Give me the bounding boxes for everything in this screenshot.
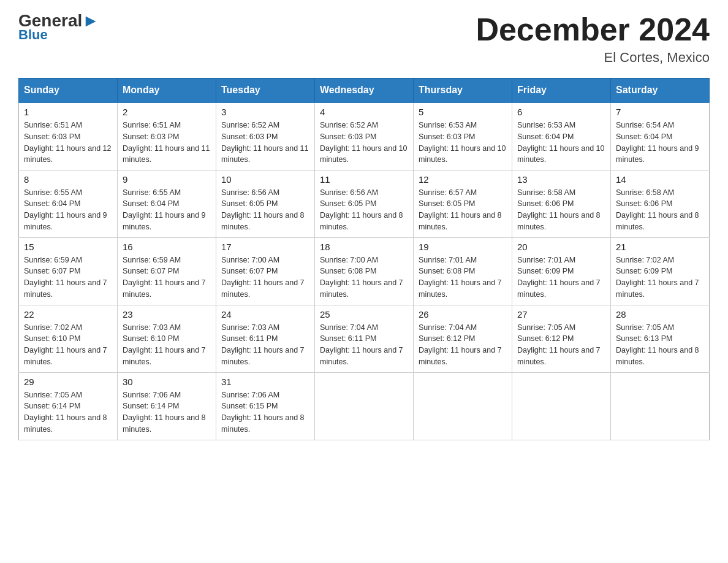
day-info: Sunrise: 7:01 AMSunset: 6:08 PMDaylight:… [419,255,507,301]
day-info: Sunrise: 7:02 AMSunset: 6:10 PMDaylight:… [24,322,112,368]
day-info: Sunrise: 7:05 AMSunset: 6:12 PMDaylight:… [517,322,605,368]
day-info: Sunrise: 7:01 AMSunset: 6:09 PMDaylight:… [517,255,605,301]
day-number: 11 [320,174,408,185]
day-number: 9 [123,174,211,185]
day-number: 1 [24,107,112,117]
table-row: 9Sunrise: 6:55 AMSunset: 6:04 PMDaylight… [118,170,216,237]
day-number: 27 [517,309,605,320]
table-row [315,372,414,440]
table-row [414,372,512,440]
table-row: 2Sunrise: 6:51 AMSunset: 6:03 PMDaylight… [118,102,216,170]
day-info: Sunrise: 7:06 AMSunset: 6:15 PMDaylight:… [221,389,309,435]
day-number: 7 [616,107,704,117]
table-row: 5Sunrise: 6:53 AMSunset: 6:03 PMDaylight… [414,102,512,170]
day-number: 10 [221,174,309,185]
title-block: December 2024 El Cortes, Mexico [476,12,710,66]
table-row [611,372,710,440]
day-number: 13 [517,174,605,185]
day-info: Sunrise: 6:59 AMSunset: 6:07 PMDaylight:… [24,255,112,301]
calendar-week-3: 15Sunrise: 6:59 AMSunset: 6:07 PMDayligh… [19,237,710,305]
day-number: 3 [221,107,309,117]
calendar-table: Sunday Monday Tuesday Wednesday Thursday… [18,78,710,440]
table-row: 12Sunrise: 6:57 AMSunset: 6:05 PMDayligh… [414,170,512,237]
day-info: Sunrise: 7:03 AMSunset: 6:10 PMDaylight:… [123,322,211,368]
table-row: 3Sunrise: 6:52 AMSunset: 6:03 PMDaylight… [216,102,315,170]
table-row: 31Sunrise: 7:06 AMSunset: 6:15 PMDayligh… [216,372,315,440]
day-number: 18 [320,242,408,252]
day-number: 14 [616,174,704,185]
day-info: Sunrise: 6:56 AMSunset: 6:05 PMDaylight:… [221,187,309,233]
table-row: 17Sunrise: 7:00 AMSunset: 6:07 PMDayligh… [216,237,315,305]
table-row: 28Sunrise: 7:05 AMSunset: 6:13 PMDayligh… [611,305,710,372]
day-info: Sunrise: 6:51 AMSunset: 6:03 PMDaylight:… [24,120,112,166]
table-row: 7Sunrise: 6:54 AMSunset: 6:04 PMDaylight… [611,102,710,170]
day-number: 4 [320,107,408,117]
table-row: 6Sunrise: 6:53 AMSunset: 6:04 PMDaylight… [512,102,611,170]
day-info: Sunrise: 6:56 AMSunset: 6:05 PMDaylight:… [320,187,408,233]
calendar-week-2: 8Sunrise: 6:55 AMSunset: 6:04 PMDaylight… [19,170,710,237]
table-row: 26Sunrise: 7:04 AMSunset: 6:12 PMDayligh… [414,305,512,372]
table-row [512,372,611,440]
day-info: Sunrise: 6:58 AMSunset: 6:06 PMDaylight:… [616,187,704,233]
logo-blue-text: Blue [18,27,99,43]
calendar-title: December 2024 [476,12,710,47]
table-row: 27Sunrise: 7:05 AMSunset: 6:12 PMDayligh… [512,305,611,372]
page-header: General► Blue December 2024 El Cortes, M… [18,12,710,66]
col-wednesday: Wednesday [315,79,414,103]
day-number: 28 [616,309,704,320]
day-info: Sunrise: 7:03 AMSunset: 6:11 PMDaylight:… [221,322,309,368]
day-info: Sunrise: 6:55 AMSunset: 6:04 PMDaylight:… [123,187,211,233]
day-number: 15 [24,242,112,252]
table-row: 14Sunrise: 6:58 AMSunset: 6:06 PMDayligh… [611,170,710,237]
table-row: 21Sunrise: 7:02 AMSunset: 6:09 PMDayligh… [611,237,710,305]
table-row: 24Sunrise: 7:03 AMSunset: 6:11 PMDayligh… [216,305,315,372]
table-row: 23Sunrise: 7:03 AMSunset: 6:10 PMDayligh… [118,305,216,372]
day-info: Sunrise: 6:59 AMSunset: 6:07 PMDaylight:… [123,255,211,301]
table-row: 19Sunrise: 7:01 AMSunset: 6:08 PMDayligh… [414,237,512,305]
day-info: Sunrise: 6:52 AMSunset: 6:03 PMDaylight:… [320,120,408,166]
col-monday: Monday [118,79,216,103]
table-row: 25Sunrise: 7:04 AMSunset: 6:11 PMDayligh… [315,305,414,372]
day-number: 8 [24,174,112,185]
table-row: 16Sunrise: 6:59 AMSunset: 6:07 PMDayligh… [118,237,216,305]
calendar-week-1: 1Sunrise: 6:51 AMSunset: 6:03 PMDaylight… [19,102,710,170]
day-number: 19 [419,242,507,252]
day-number: 2 [123,107,211,117]
day-info: Sunrise: 6:57 AMSunset: 6:05 PMDaylight:… [419,187,507,233]
table-row: 1Sunrise: 6:51 AMSunset: 6:03 PMDaylight… [19,102,118,170]
day-info: Sunrise: 7:04 AMSunset: 6:11 PMDaylight:… [320,322,408,368]
day-info: Sunrise: 7:00 AMSunset: 6:08 PMDaylight:… [320,255,408,301]
day-info: Sunrise: 7:02 AMSunset: 6:09 PMDaylight:… [616,255,704,301]
day-info: Sunrise: 7:06 AMSunset: 6:14 PMDaylight:… [123,389,211,435]
day-info: Sunrise: 6:54 AMSunset: 6:04 PMDaylight:… [616,120,704,166]
table-row: 4Sunrise: 6:52 AMSunset: 6:03 PMDaylight… [315,102,414,170]
day-info: Sunrise: 6:51 AMSunset: 6:03 PMDaylight:… [123,120,211,166]
day-number: 26 [419,309,507,320]
day-info: Sunrise: 7:00 AMSunset: 6:07 PMDaylight:… [221,255,309,301]
day-number: 24 [221,309,309,320]
day-info: Sunrise: 6:58 AMSunset: 6:06 PMDaylight:… [517,187,605,233]
day-number: 25 [320,309,408,320]
day-number: 30 [123,377,211,387]
table-row: 20Sunrise: 7:01 AMSunset: 6:09 PMDayligh… [512,237,611,305]
day-info: Sunrise: 6:53 AMSunset: 6:04 PMDaylight:… [517,120,605,166]
day-info: Sunrise: 6:52 AMSunset: 6:03 PMDaylight:… [221,120,309,166]
day-number: 20 [517,242,605,252]
day-info: Sunrise: 7:04 AMSunset: 6:12 PMDaylight:… [419,322,507,368]
calendar-week-5: 29Sunrise: 7:05 AMSunset: 6:14 PMDayligh… [19,372,710,440]
logo: General► Blue [18,12,99,43]
table-row: 30Sunrise: 7:06 AMSunset: 6:14 PMDayligh… [118,372,216,440]
day-number: 6 [517,107,605,117]
col-thursday: Thursday [414,79,512,103]
day-number: 23 [123,309,211,320]
calendar-week-4: 22Sunrise: 7:02 AMSunset: 6:10 PMDayligh… [19,305,710,372]
day-number: 17 [221,242,309,252]
day-number: 29 [24,377,112,387]
calendar-subtitle: El Cortes, Mexico [476,50,710,66]
col-saturday: Saturday [611,79,710,103]
table-row: 8Sunrise: 6:55 AMSunset: 6:04 PMDaylight… [19,170,118,237]
table-row: 11Sunrise: 6:56 AMSunset: 6:05 PMDayligh… [315,170,414,237]
col-tuesday: Tuesday [216,79,315,103]
day-info: Sunrise: 6:55 AMSunset: 6:04 PMDaylight:… [24,187,112,233]
day-number: 16 [123,242,211,252]
